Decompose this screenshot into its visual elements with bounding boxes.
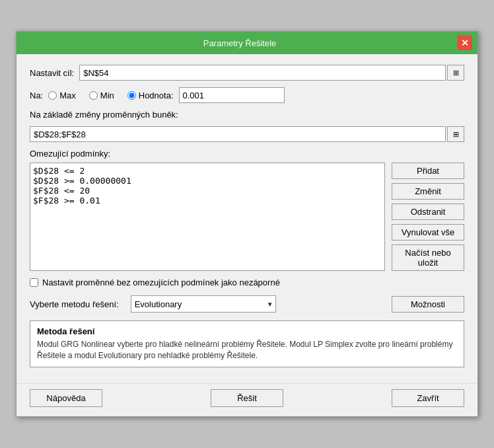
cell-ref-icon-2: ⊞ xyxy=(453,130,459,139)
resit-button[interactable]: Řešit xyxy=(211,389,283,407)
title-bar: Parametry Řešitele ✕ xyxy=(17,32,477,54)
radio-min-input[interactable] xyxy=(89,91,98,100)
moznosti-button[interactable]: Možnosti xyxy=(392,296,464,313)
odstranit-button[interactable]: Odstranit xyxy=(392,204,464,220)
constraints-buttons: Přidat Změnit Odstranit Vynulovat vše Na… xyxy=(392,163,464,271)
close-button[interactable]: ✕ xyxy=(458,36,472,50)
dialog-title: Parametry Řešitele xyxy=(22,38,458,48)
checkbox-label: Nastavit proměnné bez omezujících podmín… xyxy=(42,278,280,287)
radio-hodnota-label: Hodnota: xyxy=(139,91,174,100)
variable-cells-row: ⊞ xyxy=(30,126,464,142)
checkbox-row: Nastavit proměnné bez omezujících podmín… xyxy=(30,278,464,287)
nastavit-cil-label: Nastavit cíl: xyxy=(30,68,74,78)
na-label: Na: xyxy=(30,91,43,100)
cell-ref-icon: ⊞ xyxy=(453,69,459,77)
pridat-button[interactable]: Přidat xyxy=(392,163,464,179)
vynulovat-button[interactable]: Vynulovat vše xyxy=(392,224,464,241)
zavrit-button[interactable]: Zavřít xyxy=(392,389,464,407)
na-row: Na: Max Min Hodnota: xyxy=(30,87,464,103)
nastavit-cil-input[interactable] xyxy=(79,65,446,81)
method-label: Vyberte metodu řešení: xyxy=(30,299,119,309)
method-row: Vyberte metodu řešení: GRG Nonlinear Sim… xyxy=(30,295,464,313)
nezaporne-checkbox[interactable] xyxy=(30,278,38,287)
variable-cells-label-row: Na základě změny proměnných buněk: xyxy=(30,110,464,120)
info-box: Metoda řešení Modul GRG Nonlinear vybert… xyxy=(30,320,464,367)
radio-hodnota-input[interactable] xyxy=(127,91,136,100)
info-text: Modul GRG Nonlinear vyberte pro hladké n… xyxy=(37,339,457,361)
dialog-body: Nastavit cíl: ⊞ Na: Max Min xyxy=(17,54,477,383)
hodnota-row: Hodnota: xyxy=(127,87,285,103)
constraints-area: $D$28 <= 2 $D$28 >= 0.00000001 $F$28 <= … xyxy=(30,163,464,271)
hodnota-input[interactable] xyxy=(179,87,285,103)
method-select-wrapper: GRG Nonlinear Simplex LP Evolutionary ▼ xyxy=(131,295,276,313)
variable-cells-ref-button[interactable]: ⊞ xyxy=(447,126,464,142)
radio-min-label: Min xyxy=(100,91,114,100)
nacist-button[interactable]: Načíst nebo uložit xyxy=(392,244,464,271)
method-select[interactable]: GRG Nonlinear Simplex LP Evolutionary xyxy=(131,295,276,313)
dialog-window: Parametry Řešitele ✕ Nastavit cíl: ⊞ Na:… xyxy=(16,31,478,417)
variable-cells-label: Na základě změny proměnných buněk: xyxy=(30,110,178,120)
variable-cells-input[interactable] xyxy=(30,126,446,142)
radio-min[interactable]: Min xyxy=(89,91,114,100)
constraints-list[interactable]: $D$28 <= 2 $D$28 >= 0.00000001 $F$28 <= … xyxy=(30,163,385,271)
radio-hodnota[interactable]: Hodnota: xyxy=(127,91,174,100)
zmenit-button[interactable]: Změnit xyxy=(392,183,464,200)
nastavit-cil-row: Nastavit cíl: ⊞ xyxy=(30,65,464,81)
radio-max-label: Max xyxy=(59,91,76,100)
bottom-buttons: Nápověda Řešit Zavřít xyxy=(17,383,477,416)
napoveda-button[interactable]: Nápověda xyxy=(30,389,102,407)
constraints-label: Omezující podmínky: xyxy=(30,149,464,159)
nastavit-cil-ref-button[interactable]: ⊞ xyxy=(447,65,464,81)
radio-max[interactable]: Max xyxy=(48,91,76,100)
radio-max-input[interactable] xyxy=(48,91,57,100)
info-title: Metoda řešení xyxy=(37,326,457,336)
radio-group: Max Min Hodnota: xyxy=(48,87,464,103)
